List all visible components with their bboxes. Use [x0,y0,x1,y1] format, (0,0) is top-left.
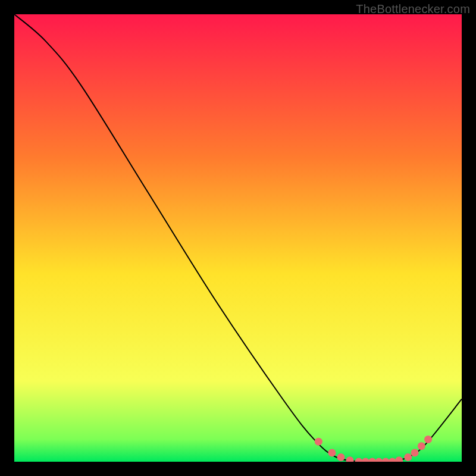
curve-marker [424,436,432,443]
curve-marker [411,449,419,456]
chart-svg [14,14,462,462]
chart-background [14,14,462,462]
curve-marker [337,453,345,461]
watermark-text: TheBottlenecker.com [356,2,470,16]
bottleneck-chart [14,14,462,462]
curve-marker [404,453,412,461]
curve-marker [418,442,425,450]
curve-marker [328,449,336,456]
curve-marker [315,438,322,446]
